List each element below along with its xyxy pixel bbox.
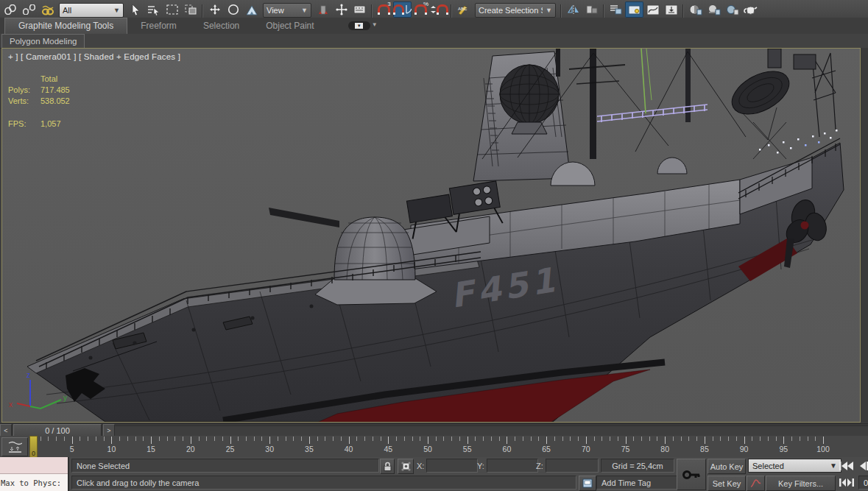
lock-selection-button[interactable]	[380, 459, 395, 474]
stats-verts-label: Verts:	[8, 96, 33, 107]
selection-filter-dropdown[interactable]: All ▼	[59, 3, 124, 18]
rendered-frame-window-icon[interactable]	[723, 1, 741, 18]
edit-named-selection-sets-icon[interactable]: ABC	[454, 1, 473, 18]
viewport-canvas[interactable]: + ] [ Camera001 ] [ Shaded + Edged Faces…	[1, 48, 861, 423]
viewport-right-gutter	[861, 48, 868, 423]
tab-object-paint[interactable]: Object Paint	[253, 18, 327, 34]
next-frame-arrow[interactable]: >	[103, 424, 115, 437]
snaps-toggle-icon[interactable]: 3	[375, 1, 393, 18]
manage-layers-icon[interactable]	[607, 1, 625, 18]
set-key-button[interactable]: Set Key	[708, 476, 746, 491]
selection-filter-value: All	[63, 6, 71, 15]
reference-coordinate-dropdown[interactable]: View ▼	[263, 3, 311, 18]
y-coordinate-label: Y:	[477, 462, 484, 470]
chevron-down-icon: ▼	[301, 7, 308, 14]
select-and-rotate-icon[interactable]	[224, 1, 242, 18]
time-slider[interactable]: 0 / 100	[13, 424, 102, 437]
select-and-move-icon[interactable]	[205, 1, 224, 18]
select-and-scale-icon[interactable]	[242, 1, 261, 18]
listener-pane[interactable]: Max to Physc:	[0, 474, 68, 491]
z-coordinate-label: Z:	[536, 462, 543, 470]
add-time-tag[interactable]: Add Time Tag	[596, 476, 683, 490]
go-to-start-button[interactable]	[837, 459, 856, 473]
window-crossing-toggle-icon[interactable]	[181, 1, 200, 18]
status-bar-top: None Selected X: Y: Z: Grid = 25,4cm Aut…	[0, 457, 868, 475]
set-key-mode-button[interactable]	[677, 459, 706, 490]
use-pivot-point-center-icon[interactable]	[314, 1, 332, 18]
status-selection-field: None Selected	[71, 459, 379, 473]
stats-polys-value: 717.485	[33, 85, 73, 96]
percent-snap-icon[interactable]: %	[412, 1, 430, 18]
ship-model: F451	[2, 49, 860, 422]
rectangular-selection-region-icon[interactable]	[163, 1, 181, 18]
absolute-mode-toggle-button[interactable]	[398, 459, 414, 474]
track-bar[interactable]: 0510152025303540455055606570758085909510…	[0, 436, 868, 458]
stats-fps-value: 1,057	[33, 107, 73, 130]
spinner-snap-icon[interactable]	[430, 1, 448, 18]
named-selection-sets-value: Create Selection Se	[479, 6, 543, 15]
maxscript-mini-listener[interactable]: Max to Physc:	[0, 457, 69, 491]
align-icon[interactable]	[582, 1, 601, 18]
tab-freeform[interactable]: Freeform	[127, 18, 190, 34]
stats-fps-label: FPS:	[8, 107, 33, 130]
3ds-max-window: All ▼ View ▼	[0, 0, 868, 491]
stats-polys-label: Polys:	[8, 85, 33, 96]
ribbon-options-chevron-icon[interactable]: ▼	[372, 21, 378, 34]
track-bar-ruler-ticks: 0510152025303540455055606570758085909510…	[0, 436, 868, 457]
x-coordinate-label: X:	[417, 462, 424, 470]
grid-size-display: Grid = 25,4cm	[601, 459, 674, 473]
select-object-icon[interactable]	[126, 1, 144, 18]
tab-graphite-modeling-tools[interactable]: Graphite Modeling Tools	[4, 18, 127, 34]
key-filter-mode-dropdown[interactable]: Selected ▼	[748, 459, 841, 473]
axis-x-label: x	[9, 400, 13, 409]
named-selection-sets-dropdown[interactable]: Create Selection Se ▼	[475, 3, 556, 18]
time-tag-icon[interactable]	[579, 476, 596, 491]
time-slider-row: < 0 / 100 >	[0, 423, 868, 437]
viewport-statistics: Total Polys: 717.485 Verts: 538.052 FPS:…	[8, 74, 73, 130]
bind-to-space-warp-icon[interactable]	[38, 1, 57, 18]
time-slider-handle[interactable]: 0	[29, 436, 38, 458]
viewport-label[interactable]: + ] [ Camera001 ] [ Shaded + Edged Faces…	[8, 52, 180, 61]
time-slider-track[interactable]	[115, 425, 868, 436]
tab-polygon-modeling[interactable]: Polygon Modeling	[1, 34, 85, 48]
ribbon-subtab-bar: Polygon Modeling	[0, 34, 868, 49]
previous-frame-button[interactable]	[860, 459, 868, 473]
mirror-icon[interactable]	[564, 1, 582, 18]
key-mode-toggle-button[interactable]	[837, 476, 856, 490]
z-coordinate-field[interactable]	[546, 459, 599, 473]
minimize-ribbon-icon: ▼	[355, 23, 363, 29]
prompt-line: Click and drag to dolly the camera	[71, 476, 576, 490]
schematic-view-icon[interactable]	[662, 1, 680, 18]
minimize-ribbon-button[interactable]: ▼	[348, 21, 370, 30]
status-bar-bottom: Click and drag to dolly the camera Add T…	[0, 474, 868, 491]
material-editor-icon[interactable]	[686, 1, 705, 18]
select-and-link-icon[interactable]	[1, 1, 20, 18]
current-frame-field[interactable]: 0	[858, 476, 868, 490]
chevron-down-icon: ▼	[546, 7, 552, 14]
axis-z-label: z	[27, 371, 30, 379]
render-production-icon[interactable]	[741, 1, 760, 18]
svg-text:ABC: ABC	[458, 7, 467, 11]
open-mini-curve-editor-button[interactable]	[1, 437, 28, 456]
key-filters-button[interactable]: Key Filters...	[766, 476, 836, 491]
main-toolbar: All ▼ View ▼	[0, 0, 868, 18]
graphite-ribbon-toggle-icon[interactable]	[625, 1, 643, 18]
stats-verts-value: 538.052	[33, 96, 73, 107]
angle-snap-icon[interactable]	[393, 1, 412, 18]
render-setup-icon[interactable]	[705, 1, 723, 18]
keyboard-shortcut-override-icon[interactable]	[350, 1, 369, 18]
curve-editor-icon[interactable]	[643, 1, 662, 18]
select-and-manipulate-icon[interactable]	[332, 1, 350, 18]
macro-recorder-pane[interactable]	[0, 457, 68, 474]
x-coordinate-field[interactable]	[426, 459, 478, 473]
new-key-tangent-icon[interactable]	[747, 476, 765, 491]
unlink-selection-icon[interactable]	[20, 1, 38, 18]
ribbon-tab-bar: Graphite Modeling Tools Freeform Selecti…	[0, 18, 868, 35]
previous-frame-arrow[interactable]: <	[0, 424, 12, 437]
reference-coordinate-value: View	[267, 6, 284, 15]
axis-y-label: y	[63, 394, 67, 402]
select-by-name-icon[interactable]	[144, 1, 163, 18]
y-coordinate-field[interactable]	[487, 459, 538, 473]
tab-selection[interactable]: Selection	[190, 18, 253, 34]
auto-key-button[interactable]: Auto Key	[708, 459, 746, 474]
